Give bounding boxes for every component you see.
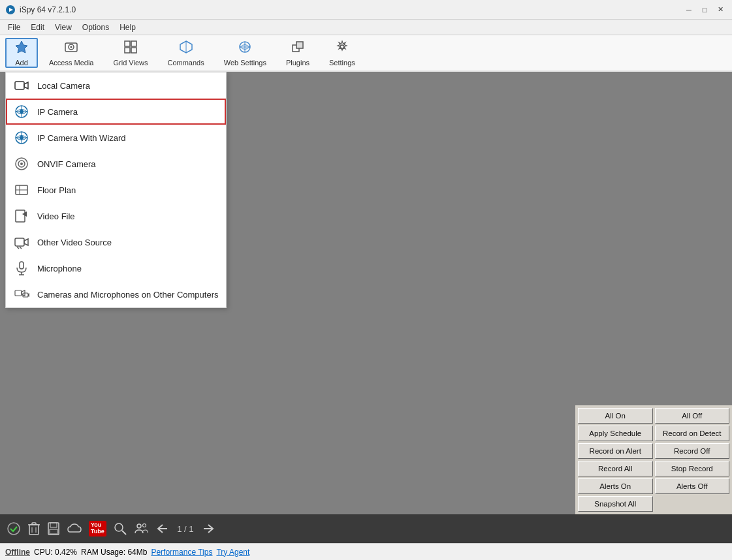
svg-line-38: [20, 247, 22, 249]
main-area: Local Camera IP Camera: [0, 72, 732, 514]
menu-file[interactable]: File: [3, 22, 25, 33]
offline-status: Offline: [5, 548, 30, 557]
all-off-button[interactable]: All Off: [655, 408, 730, 424]
ip-camera-wizard-label: IP Camera With Wizard: [37, 133, 126, 143]
access-media-label: Access Media: [49, 59, 93, 67]
maximize-button[interactable]: □: [698, 3, 711, 16]
settings-label: Settings: [329, 59, 355, 67]
web-settings-button[interactable]: Web Settings: [215, 38, 275, 68]
bottom-icons-area: YouTube 1 / 1: [0, 521, 732, 537]
menu-cameras-other[interactable]: Cameras and Microphones on Other Compute…: [6, 281, 226, 307]
minimize-button[interactable]: ─: [682, 3, 695, 16]
other-video-icon: [14, 234, 29, 250]
record-off-button[interactable]: Record Off: [655, 443, 730, 459]
svg-rect-17: [15, 82, 24, 89]
local-camera-label: Local Camera: [37, 81, 90, 91]
svg-point-16: [340, 45, 344, 49]
svg-rect-54: [50, 529, 57, 534]
perf-tips-link[interactable]: Performance Tips: [151, 548, 212, 557]
save-icon[interactable]: [47, 521, 60, 536]
search-icon[interactable]: [113, 521, 127, 536]
video-file-label: Video File: [37, 211, 75, 221]
all-on-button[interactable]: All On: [578, 408, 653, 424]
forward-arrow-icon[interactable]: [202, 521, 216, 536]
menu-video-file[interactable]: Video File: [6, 203, 226, 229]
grid-views-icon: [123, 40, 138, 57]
microphone-label: Microphone: [37, 264, 82, 273]
plugins-icon: [291, 40, 305, 57]
svg-rect-42: [15, 290, 22, 296]
svg-marker-18: [24, 82, 28, 89]
svg-marker-2: [16, 41, 27, 53]
svg-point-55: [115, 523, 123, 531]
check-icon[interactable]: [7, 521, 21, 536]
record-all-button[interactable]: Record All: [578, 461, 653, 476]
add-icon: [14, 40, 29, 57]
menu-ip-camera[interactable]: IP Camera: [6, 99, 226, 125]
menu-edit[interactable]: Edit: [25, 22, 50, 33]
svg-rect-6: [125, 41, 130, 46]
plugins-label: Plugins: [286, 59, 310, 67]
snapshot-all-button[interactable]: Snapshot All: [578, 496, 653, 512]
menu-microphone[interactable]: Microphone: [6, 255, 226, 281]
settings-button[interactable]: Settings: [321, 38, 364, 68]
cameras-other-label: Cameras and Microphones on Other Compute…: [37, 290, 218, 300]
microphone-icon: [14, 260, 29, 276]
menu-ip-camera-wizard[interactable]: IP Camera With Wizard: [6, 125, 226, 151]
menu-options[interactable]: Options: [77, 22, 114, 33]
svg-point-26: [20, 136, 24, 140]
window-controls: ─ □ ✕: [682, 3, 727, 16]
title-bar: iSpy 64 v7.2.1.0 ─ □ ✕: [0, 0, 732, 20]
svg-marker-36: [24, 239, 28, 245]
toolbar: Add Access Media Grid Views: [0, 35, 732, 72]
try-agent-link[interactable]: Try Agent: [216, 548, 249, 557]
plugins-button[interactable]: Plugins: [278, 38, 318, 68]
menu-floor-plan[interactable]: Floor Plan: [6, 177, 226, 203]
svg-line-56: [122, 531, 126, 535]
access-media-icon: [64, 40, 78, 57]
people-icon[interactable]: [134, 521, 148, 536]
svg-rect-49: [32, 523, 36, 525]
svg-rect-35: [15, 238, 24, 246]
commands-button[interactable]: Commands: [159, 38, 212, 68]
grid-views-label: Grid Views: [113, 59, 148, 67]
bottom-combined-bar: YouTube 1 / 1: [0, 514, 732, 543]
add-button[interactable]: Add: [5, 38, 38, 68]
alerts-on-button[interactable]: Alerts On: [578, 478, 653, 494]
menu-view[interactable]: View: [50, 22, 77, 33]
settings-icon: [335, 40, 349, 57]
close-button[interactable]: ✕: [714, 3, 727, 16]
menu-onvif-camera[interactable]: ONVIF Camera: [6, 151, 226, 177]
onvif-camera-icon: [14, 156, 29, 172]
status-bar: Offline CPU: 0.42% RAM Usage: 64Mb Perfo…: [0, 543, 732, 560]
onvif-camera-label: ONVIF Camera: [37, 159, 96, 169]
menu-other-video[interactable]: Other Video Source: [6, 229, 226, 255]
alerts-off-button[interactable]: Alerts Off: [655, 478, 730, 494]
trash-icon[interactable]: [27, 521, 40, 536]
access-media-button[interactable]: Access Media: [40, 38, 102, 68]
web-settings-icon: [238, 40, 252, 57]
record-on-alert-button[interactable]: Record on Alert: [578, 443, 653, 459]
svg-point-46: [8, 523, 20, 535]
menu-local-camera[interactable]: Local Camera: [6, 72, 226, 99]
cpu-status: CPU: 0.42%: [34, 548, 77, 557]
cloud-icon[interactable]: [67, 521, 82, 536]
empty-button: [655, 496, 730, 512]
grid-views-button[interactable]: Grid Views: [104, 38, 156, 68]
page-info: 1 / 1: [176, 524, 195, 534]
floor-plan-label: Floor Plan: [37, 185, 76, 195]
back-arrow-icon[interactable]: [155, 521, 169, 536]
record-on-detect-button[interactable]: Record on Detect: [655, 426, 730, 441]
add-dropdown-menu: Local Camera IP Camera: [5, 72, 227, 308]
other-video-label: Other Video Source: [37, 238, 112, 247]
svg-line-37: [17, 247, 19, 249]
menu-bar: File Edit View Options Help: [0, 20, 732, 35]
svg-point-29: [20, 163, 23, 165]
apply-schedule-button[interactable]: Apply Schedule: [578, 426, 653, 441]
svg-point-22: [20, 110, 24, 114]
youtube-icon[interactable]: YouTube: [89, 521, 106, 537]
app-title: iSpy 64 v7.2.1.0: [20, 5, 682, 14]
svg-rect-9: [131, 48, 136, 53]
menu-help[interactable]: Help: [114, 22, 141, 33]
stop-record-button[interactable]: Stop Record: [655, 461, 730, 476]
